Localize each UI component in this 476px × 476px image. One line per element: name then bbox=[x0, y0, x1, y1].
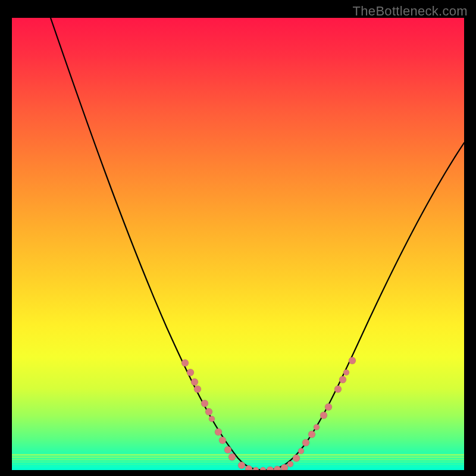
data-point bbox=[191, 378, 198, 386]
data-point bbox=[267, 466, 274, 470]
data-point bbox=[238, 462, 245, 469]
graph-svg bbox=[12, 18, 464, 470]
data-point bbox=[343, 369, 349, 375]
data-point bbox=[308, 431, 315, 438]
dots-bottom-group bbox=[238, 448, 304, 470]
data-point bbox=[181, 359, 189, 367]
chart-stage: TheBottleneck.com bbox=[0, 0, 476, 476]
data-point bbox=[334, 386, 342, 393]
data-point bbox=[302, 439, 309, 446]
data-point bbox=[314, 424, 320, 430]
data-point bbox=[187, 369, 194, 376]
dots-right-group bbox=[302, 357, 356, 446]
data-point bbox=[215, 428, 222, 436]
data-point bbox=[201, 400, 208, 407]
data-point bbox=[298, 448, 304, 454]
dots-left-group bbox=[181, 359, 236, 461]
data-point bbox=[209, 416, 215, 422]
data-point bbox=[274, 466, 281, 470]
data-point bbox=[253, 467, 259, 470]
watermark-label: TheBottleneck.com bbox=[353, 4, 468, 19]
data-point bbox=[293, 455, 300, 462]
data-point bbox=[260, 467, 266, 470]
plot-frame bbox=[12, 18, 464, 470]
data-point bbox=[228, 453, 236, 461]
data-point bbox=[194, 386, 201, 393]
data-point bbox=[224, 446, 231, 453]
data-point bbox=[205, 408, 212, 415]
data-point bbox=[325, 403, 332, 411]
data-point bbox=[219, 437, 226, 444]
data-point bbox=[320, 412, 327, 419]
data-point bbox=[281, 464, 288, 470]
bottleneck-curve bbox=[51, 18, 464, 470]
data-point bbox=[349, 357, 356, 364]
data-point bbox=[339, 376, 346, 383]
data-point bbox=[287, 461, 293, 467]
